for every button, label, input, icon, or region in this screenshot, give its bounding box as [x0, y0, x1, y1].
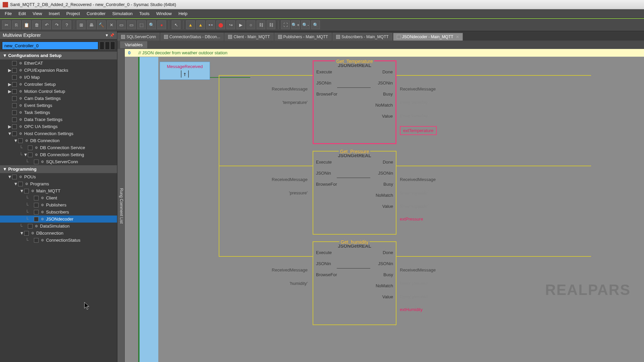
tool-unlink-icon[interactable]: ⛓ — [267, 20, 275, 29]
output-nomatch-placeholder[interactable]: Enter Variable — [400, 113, 427, 118]
input-received-message[interactable]: ReceivedMessage — [259, 86, 308, 92]
tree-item-sqlserverconn[interactable]: └ ⚙SQLServerConn — [0, 158, 117, 165]
tool-fit-icon[interactable]: ⛶ — [281, 20, 290, 29]
fb-get-humidity[interactable]: Get_humidityJSONGetREALExecuteJSONinBrow… — [313, 241, 396, 325]
tree-item-data-trace-settings[interactable]: ⚙Data Trace Settings — [0, 116, 117, 123]
tool-zoom100-icon[interactable]: 🔍 — [311, 20, 320, 29]
tree-item-dbconnection[interactable]: ▼⚙DBconnection — [0, 230, 117, 237]
output-value-var[interactable]: extTemperature — [400, 126, 437, 135]
tool-find-icon[interactable]: 🔍 — [147, 20, 156, 29]
ladder-editor[interactable]: 0 // JSON decoder from weather outdoor s… — [125, 49, 644, 362]
tool-paste-icon[interactable]: 📋 — [22, 20, 31, 29]
tool-run-icon[interactable]: ▶ — [236, 20, 245, 29]
tree-item-main-mqtt[interactable]: ▼⚙Main_MQTT — [0, 187, 117, 194]
tool-zoomin-icon[interactable]: 🔍+ — [291, 20, 300, 29]
menu-window[interactable]: Window — [153, 10, 175, 17]
tool-help-icon[interactable]: ? — [62, 20, 71, 29]
tab-publishers-main-mqtt[interactable]: Publishers - Main_MQTT — [274, 33, 332, 41]
menu-file[interactable]: File — [1, 10, 15, 17]
tree-item-programs[interactable]: ▼⚙Programs — [0, 180, 117, 187]
tool-cross-icon[interactable]: ✕ — [107, 20, 116, 29]
output-nomatch-placeholder[interactable]: Enter Variable — [400, 204, 427, 209]
tab-jsondecoder-main-mqtt[interactable]: JSONdecoder - Main_MQTT✕ — [393, 33, 463, 41]
tree-section[interactable]: ▼ Programming — [0, 165, 117, 173]
tree-item-controller-setup[interactable]: ▶⚙Controller Setup — [0, 81, 117, 88]
input-browsefor[interactable]: 'temperature' — [259, 100, 308, 105]
close-icon[interactable]: ✕ — [456, 35, 459, 39]
tool-compare-icon[interactable]: ▭ — [117, 20, 126, 29]
output-received-message[interactable]: ReceivedMessage — [400, 267, 436, 273]
input-browsefor[interactable]: 'humidity' — [259, 281, 308, 286]
tree-section[interactable]: ▼ Configurations and Setup — [0, 52, 117, 60]
menu-help[interactable]: Help — [175, 10, 191, 17]
project-tree[interactable]: ▼ Configurations and Setup⚙EtherCAT▶⚙CPU… — [0, 52, 117, 362]
tool-link-icon[interactable]: ⛓ — [257, 20, 265, 29]
tree-item-motion-control-setup[interactable]: ▶⚙Motion Control Setup — [0, 88, 117, 95]
output-received-message[interactable]: ReceivedMessage — [400, 86, 436, 92]
tree-item-cam-data-settings[interactable]: ⚙Cam Data Settings — [0, 95, 117, 102]
tab-sqlserverconn[interactable]: SQLServerConn — [117, 33, 160, 41]
output-value-var[interactable]: extHumidity — [400, 307, 423, 312]
tool-rung-icon[interactable]: ⊞ — [77, 20, 86, 29]
tool-sync-icon[interactable]: ▭ — [127, 20, 136, 29]
dev-btn-2[interactable] — [105, 42, 110, 50]
tree-item-pous[interactable]: ▼⚙POUs — [0, 173, 117, 180]
output-busy-placeholder[interactable]: Enter Variable — [400, 100, 427, 105]
rung-comment-list-tab[interactable]: Rung Comment List — [117, 49, 125, 362]
tree-item-opc-ua-settings[interactable]: ▶⚙OPC UA Settings — [0, 123, 117, 130]
tree-item-jsondecoder[interactable]: └ ⚙JSONdecoder — [0, 216, 117, 223]
controller-select[interactable] — [2, 42, 98, 50]
menu-simulation[interactable]: Simulation — [109, 10, 136, 17]
input-received-message[interactable]: ReceivedMessage — [259, 177, 308, 182]
output-nomatch-placeholder[interactable]: Enter Variable — [400, 294, 427, 299]
tree-item-i-o-map[interactable]: ⚙I/O Map — [0, 74, 117, 81]
tree-item-db-connection-setting[interactable]: └ ▼⚙DB Connection Setting — [0, 151, 117, 158]
tool-break-icon[interactable]: ⬤ — [216, 20, 225, 29]
tree-item-datasimulation[interactable]: └ ⚙DataSimulation — [0, 223, 117, 230]
fb-get-pressure[interactable]: Get_PressureJSONGetREALExecuteJSONinBrow… — [313, 151, 396, 235]
tool-cursor-icon[interactable]: ↖ — [172, 20, 180, 29]
menu-insert[interactable]: Insert — [45, 10, 63, 17]
tool-copy-icon[interactable]: ⎘ — [12, 20, 21, 29]
tool-zoomout-icon[interactable]: 🔍- — [301, 20, 310, 29]
subtab-variables[interactable]: Variables — [120, 41, 147, 48]
menu-edit[interactable]: Edit — [15, 10, 29, 17]
tree-item-client[interactable]: └ ⚙Client — [0, 194, 117, 201]
tool-undo-icon[interactable]: ↶ — [42, 20, 51, 29]
tool-redo-icon[interactable]: ↷ — [52, 20, 61, 29]
output-received-message[interactable]: ReceivedMessage — [400, 177, 436, 182]
tree-item-cpu-expansion-racks[interactable]: ▶⚙CPU/Expansion Racks — [0, 67, 117, 74]
menu-tools[interactable]: Tools — [136, 10, 153, 17]
tool-online-icon[interactable]: ⬚ — [137, 20, 146, 29]
tool-cycle-icon[interactable]: ○ — [247, 20, 255, 29]
output-busy-placeholder[interactable]: Enter Variable — [400, 281, 427, 286]
tree-item-db-connection-service[interactable]: └ ⚙DB Connection Service — [0, 144, 117, 151]
tool-print-icon[interactable]: 🖶 — [87, 20, 96, 29]
tool-build-icon[interactable]: 🔨 — [97, 20, 106, 29]
output-busy-placeholder[interactable]: Enter Variable — [400, 190, 427, 195]
tool-warn2-icon[interactable]: ▲ — [196, 20, 205, 29]
tree-item-db-connection[interactable]: ▼⚙DB Connection — [0, 137, 117, 144]
input-browsefor[interactable]: 'pressure' — [259, 190, 308, 195]
menu-view[interactable]: View — [29, 10, 45, 17]
tree-item-publishers[interactable]: └ ⚙Publishers — [0, 201, 117, 208]
tree-item-task-settings[interactable]: ⚙Task Settings — [0, 109, 117, 116]
tab-client-main-mqtt[interactable]: Client - Main_MQTT — [224, 33, 273, 41]
tree-item-event-settings[interactable]: ⚙Event Settings — [0, 102, 117, 109]
fb-get-temperature[interactable]: Get_TemperatureJSONGetREALExecuteJSONinB… — [313, 60, 396, 144]
pin-icon[interactable]: ▼ 📌 — [105, 33, 114, 38]
dev-btn-3[interactable] — [110, 42, 115, 50]
tool-stop-icon[interactable]: ● — [157, 20, 166, 29]
tree-item-ethercat[interactable]: ⚙EtherCAT — [0, 60, 117, 67]
menu-project[interactable]: Project — [63, 10, 83, 17]
menu-controller[interactable]: Controller — [83, 10, 109, 17]
input-received-message[interactable]: ReceivedMessage — [259, 267, 308, 273]
tree-item-host-connection-settings[interactable]: ▼⚙Host Connection Settings — [0, 130, 117, 137]
tool-warn1-icon[interactable]: ▲ — [186, 20, 195, 29]
tree-item-subscribers[interactable]: └ ⚙Subscribers — [0, 208, 117, 216]
tree-item-connectionstatus[interactable]: └ ⚙ConnectionStatus — [0, 237, 117, 244]
tool-watch-icon[interactable]: 👓 — [206, 20, 215, 29]
output-value-var[interactable]: extPressure — [400, 217, 423, 222]
tool-cut-icon[interactable]: ✂ — [2, 20, 11, 29]
contact-message-received[interactable]: MessageReceived │↑│ — [160, 62, 210, 80]
